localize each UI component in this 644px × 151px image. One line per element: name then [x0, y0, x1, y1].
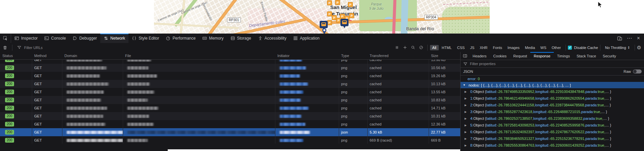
bus-stop-marker[interactable]: P — [327, 11, 332, 16]
json-array-item-4[interactable]: ▶4: Object { latitud: -26.78602537138507… — [461, 115, 644, 122]
column-separator[interactable] — [367, 52, 368, 144]
request-row[interactable]: 200GETpngcached14.71 kB — [0, 104, 460, 112]
json-section-header[interactable]: JSON Raw — [461, 68, 644, 76]
raw-toggle[interactable] — [633, 69, 642, 73]
bus-marker[interactable] — [320, 21, 328, 28]
request-row[interactable]: 200GETpngcached19.26 kB — [0, 72, 460, 80]
responsive-design-icon[interactable] — [617, 36, 622, 41]
tab-application[interactable]: Application — [290, 34, 323, 43]
block-requests-button[interactable] — [417, 44, 425, 51]
detail-tab-security[interactable]: Security — [599, 52, 620, 60]
column-header-domain[interactable]: Domain — [62, 54, 123, 58]
json-array-item-8[interactable]: ▶8: Object { latitud: -26.78825553086476… — [461, 142, 644, 149]
json-array-item-1[interactable]: ▶1: Object { latitud: -26.78646214994665… — [461, 95, 644, 102]
request-row[interactable]: 200GETpngcached12.36 kB — [0, 120, 460, 128]
detail-tab-response[interactable]: Response — [530, 52, 554, 60]
json-array-preview: [ {…}, {…}, {…}, {…}, {…}, {…}, {…}, {…}… — [481, 83, 571, 87]
json-property-nodos-selected[interactable]: ▼ nodos: [ {…}, {…}, {…}, {…}, {…}, {…},… — [461, 82, 644, 88]
bus-stop-marker[interactable]: P — [348, 2, 353, 7]
throttling-dropdown[interactable]: No Throttling — [602, 46, 633, 50]
json-array-item-6[interactable]: ▶6: Object { latitud: -26.78713532409239… — [461, 129, 644, 135]
bus-stop-marker[interactable]: P — [327, 0, 332, 5]
type-filter-fonts[interactable]: Fonts — [490, 45, 504, 50]
json-array-item-5[interactable]: ▶5: Object { latitud: -26.78725814309825… — [461, 122, 644, 129]
detail-tab-stack-trace[interactable]: Stack Trace — [573, 52, 599, 60]
collapse-detail-pane-button[interactable] — [461, 52, 469, 60]
tab-inspector[interactable]: Inspector — [11, 34, 41, 43]
type-filter-css[interactable]: CSS — [455, 45, 467, 50]
json-array-item-7[interactable]: ▶7: Object { latitud: -26.78838465053132… — [461, 135, 644, 142]
type-filter-images[interactable]: Images — [505, 45, 522, 50]
clear-requests-trash-icon[interactable] — [3, 45, 7, 50]
bus-stop-marker[interactable]: P — [335, 0, 340, 5]
filter-urls-input[interactable]: Filter URLs — [24, 46, 43, 50]
type-filter-all[interactable]: All — [430, 45, 439, 50]
tab-console[interactable]: Console — [41, 34, 69, 43]
map-viewport[interactable]: Camino de sirga (Sur) Camino de sirga (S… — [154, 0, 490, 34]
json-array-item-2[interactable]: ▶2: Object { latitud: -26.78510622444115… — [461, 102, 644, 108]
close-icon[interactable]: × — [637, 36, 640, 41]
request-row[interactable]: 200GETpngcached10.13 kB — [0, 80, 460, 88]
tab-storage[interactable]: Storage — [227, 34, 255, 43]
column-header-status[interactable]: Status — [0, 54, 32, 58]
type-filter-ws[interactable]: WS — [538, 45, 549, 50]
type-filter-other[interactable]: Other — [549, 45, 564, 50]
detail-tab-timings[interactable]: Timings — [554, 52, 573, 60]
detail-tab-request[interactable]: Request — [510, 52, 530, 60]
request-row[interactable]: 200GETpngcached13.98 kB — [0, 59, 460, 64]
column-separator[interactable] — [123, 52, 123, 144]
bus-stop-marker[interactable]: P — [340, 14, 345, 19]
json-array-item-3[interactable]: ▶3: Object { latitud: -26.78552877423618… — [461, 108, 644, 115]
type-filter-html[interactable]: HTML — [439, 45, 454, 50]
column-separator[interactable] — [32, 52, 32, 144]
bus-marker[interactable] — [340, 19, 348, 26]
request-transferred: cached — [367, 106, 429, 110]
request-row[interactable]: 200GETpngcached10.56 kB — [0, 64, 460, 72]
column-separator[interactable] — [339, 52, 339, 144]
tab-performance[interactable]: Performance — [162, 34, 199, 43]
tab-debugger[interactable]: Debugger — [69, 34, 100, 43]
location-pin-marker[interactable] — [322, 28, 326, 32]
bus-stop-marker[interactable]: P — [349, 13, 354, 18]
disable-cache-checkbox[interactable] — [568, 46, 572, 50]
request-row[interactable]: 200GETpng669 B (raced)669 B — [0, 136, 460, 144]
bus-stop-marker[interactable]: P — [332, 15, 337, 20]
column-separator[interactable] — [275, 52, 275, 144]
column-separator[interactable] — [429, 52, 429, 144]
bus-stop-marker[interactable]: P — [336, 18, 341, 23]
request-table-header[interactable]: StatusMethodDomainFileInitiatorTypeTrans… — [0, 52, 460, 60]
network-settings-gear-icon[interactable]: ⚙ — [637, 45, 641, 50]
request-row[interactable]: 200GETpngcached10.31 kB — [0, 112, 460, 120]
request-row[interactable]: 200GETpngcached10.83 kB — [0, 96, 460, 104]
column-header-transferred[interactable]: Transferred — [367, 54, 429, 58]
column-separator[interactable] — [62, 52, 62, 144]
type-filter-xhr[interactable]: XHR — [477, 45, 490, 50]
filter-properties-input[interactable]: Filter properties — [470, 62, 495, 66]
bus-stop-marker[interactable]: P — [344, 16, 350, 21]
detail-tab-cookies[interactable]: Cookies — [490, 52, 510, 60]
new-request-button[interactable] — [401, 44, 409, 51]
pause-requests-button[interactable] — [393, 44, 401, 51]
tab-memory[interactable]: Memory — [199, 34, 227, 43]
disable-cache-label[interactable]: Disable Cache — [574, 46, 598, 50]
tab-style-editor[interactable]: Style Editor — [128, 34, 162, 43]
request-row-selected[interactable]: 200GETjson5.30 kB22.77 kB — [0, 128, 460, 136]
json-property-error[interactable]: error: 0 — [461, 76, 644, 82]
column-header-initiator[interactable]: Initiator — [275, 54, 339, 58]
node-picker-button[interactable] — [0, 34, 11, 43]
column-header-method[interactable]: Method — [32, 54, 62, 58]
column-header-type[interactable]: Type — [339, 54, 367, 58]
bus-stop-marker[interactable]: P — [327, 20, 332, 25]
detail-tab-headers[interactable]: Headers — [469, 52, 490, 60]
tab-network[interactable]: Network — [100, 34, 128, 43]
column-header-size[interactable]: Size — [429, 54, 460, 58]
request-row[interactable]: 200GETpngcached13.55 kB — [0, 88, 460, 96]
collapse-arrow-icon[interactable]: ▼ — [463, 84, 466, 87]
meatball-menu-icon[interactable]: ⋯ — [627, 36, 632, 41]
type-filter-media[interactable]: Media — [523, 45, 537, 50]
tab-accessibility[interactable]: Accessibility — [255, 34, 290, 43]
type-filter-js[interactable]: JS — [468, 45, 477, 50]
column-header-file[interactable]: File — [123, 54, 275, 58]
json-array-item-0[interactable]: ▶0: Object { latitud: -26.78749853335095… — [461, 88, 644, 95]
search-button[interactable] — [409, 44, 417, 51]
